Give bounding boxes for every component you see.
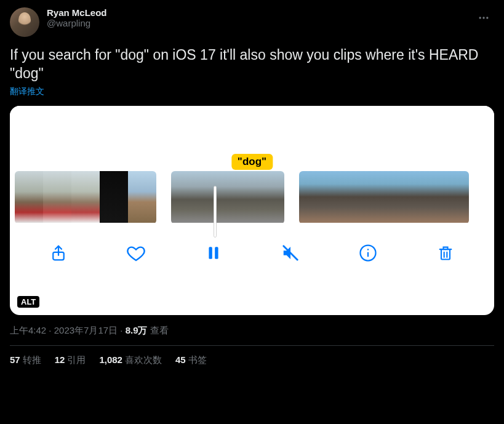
tweet-date[interactable]: 2023年7月17日: [54, 325, 118, 335]
pause-button[interactable]: [201, 241, 226, 265]
clip-frame: [228, 171, 256, 223]
clip-frame: [15, 171, 43, 223]
speaker-muted-icon: [281, 244, 300, 262]
translate-link[interactable]: 翻译推文: [10, 86, 494, 97]
trash-icon: [437, 244, 454, 262]
alt-badge[interactable]: ALT: [17, 296, 39, 308]
tweet-text: If you search for "dog" on iOS 17 it'll …: [10, 46, 494, 82]
more-button[interactable]: [473, 7, 494, 28]
like-button[interactable]: [124, 241, 148, 265]
bookmarks-stat[interactable]: 45书签: [175, 354, 207, 366]
clip-frame: [327, 171, 356, 223]
clip-frame: [100, 171, 128, 223]
svg-rect-5: [215, 247, 218, 259]
author-handle: @warpling: [47, 18, 466, 28]
views-label: 查看: [150, 325, 169, 335]
clip-group[interactable]: [171, 171, 284, 224]
clip-frame: [71, 171, 100, 223]
svg-rect-4: [209, 247, 212, 259]
search-term-badge: "dog": [231, 154, 273, 170]
media-toolbar: [10, 230, 494, 276]
clip-group[interactable]: [15, 171, 156, 224]
mute-button[interactable]: [278, 241, 303, 265]
author-block[interactable]: Ryan McLeod @warpling: [47, 7, 466, 28]
tweet-header: Ryan McLeod @warpling: [10, 7, 494, 37]
clip-group[interactable]: [299, 171, 469, 224]
clip-frame: [441, 171, 469, 223]
stats-row: 57转推 12引用 1,082喜欢次数 45书签: [10, 346, 494, 366]
avatar[interactable]: [10, 7, 39, 37]
clip-frame: [43, 171, 71, 223]
share-icon: [49, 244, 68, 262]
pause-icon: [206, 245, 222, 261]
svg-point-0: [479, 17, 481, 18]
tweet-meta: 上午4:42 · 2023年7月17日 · 8.9万 查看: [10, 325, 494, 337]
clip-frame: [171, 171, 199, 223]
svg-point-2: [486, 17, 488, 18]
tweet-time[interactable]: 上午4:42: [10, 325, 46, 335]
tweet-container: Ryan McLeod @warpling If you search for …: [0, 0, 504, 366]
clip-frame: [256, 171, 284, 223]
quotes-stat[interactable]: 12引用: [55, 354, 86, 366]
author-display-name: Ryan McLeod: [47, 7, 466, 18]
svg-point-9: [367, 249, 369, 250]
views-count: 8.9万: [126, 325, 148, 335]
media-whitespace: [10, 106, 494, 158]
likes-stat[interactable]: 1,082喜欢次数: [99, 354, 162, 366]
delete-button[interactable]: [433, 241, 458, 265]
clip-frame: [384, 171, 412, 223]
clip-frame: [356, 171, 384, 223]
svg-point-1: [482, 17, 484, 18]
retweets-stat[interactable]: 57转推: [10, 354, 41, 366]
clip-frame: [412, 171, 441, 223]
clip-frame: [128, 171, 156, 223]
heart-icon: [126, 243, 146, 263]
clip-frame: [299, 171, 327, 223]
media-card[interactable]: "dog": [10, 106, 494, 315]
info-button[interactable]: [356, 241, 380, 265]
share-button[interactable]: [46, 241, 71, 265]
playhead[interactable]: [214, 186, 217, 238]
info-icon: [359, 244, 377, 262]
more-icon: [478, 12, 490, 24]
